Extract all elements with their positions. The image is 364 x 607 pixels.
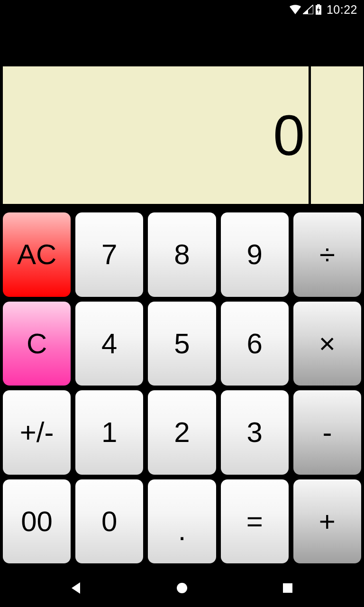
multiply-button[interactable]: ×	[293, 302, 361, 386]
digit-2-button[interactable]: 2	[148, 390, 216, 475]
add-button[interactable]: +	[293, 479, 361, 564]
svg-point-2	[177, 583, 187, 593]
calculator-display: 0	[3, 66, 364, 204]
battery-charging-icon	[315, 4, 322, 15]
calculator-keypad: AC 7 8 9 ÷ C 4 5 6 × +/- 1 2 3 - 00 0 . …	[3, 212, 361, 563]
digit-5-button[interactable]: 5	[148, 302, 216, 386]
double-zero-button[interactable]: 00	[3, 479, 71, 564]
digit-6-button[interactable]: 6	[221, 302, 289, 386]
svg-rect-3	[283, 583, 292, 593]
wifi-icon	[290, 5, 301, 14]
digit-3-button[interactable]: 3	[221, 390, 289, 475]
decimal-button[interactable]: .	[148, 479, 216, 564]
display-value: 0	[273, 102, 305, 168]
display-main-readout: 0	[3, 66, 311, 204]
status-clock: 10:22	[327, 3, 357, 17]
sign-toggle-button[interactable]: +/-	[3, 390, 71, 475]
svg-rect-1	[317, 4, 320, 6]
cell-signal-icon	[303, 5, 313, 14]
back-button[interactable]	[48, 574, 105, 602]
recents-button[interactable]	[259, 574, 316, 602]
digit-7-button[interactable]: 7	[75, 212, 143, 297]
display-side-panel	[311, 66, 363, 204]
android-status-bar: 10:22	[0, 0, 364, 19]
home-button[interactable]	[154, 574, 210, 602]
digit-1-button[interactable]: 1	[75, 390, 143, 475]
digit-8-button[interactable]: 8	[148, 212, 216, 297]
all-clear-button[interactable]: AC	[3, 212, 71, 297]
android-nav-bar	[0, 569, 364, 607]
digit-4-button[interactable]: 4	[75, 302, 143, 386]
divide-button[interactable]: ÷	[293, 212, 361, 297]
digit-9-button[interactable]: 9	[221, 212, 289, 297]
digit-0-button[interactable]: 0	[75, 479, 143, 564]
equals-button[interactable]: =	[221, 479, 289, 564]
clear-button[interactable]: C	[3, 302, 71, 386]
subtract-button[interactable]: -	[293, 390, 361, 475]
